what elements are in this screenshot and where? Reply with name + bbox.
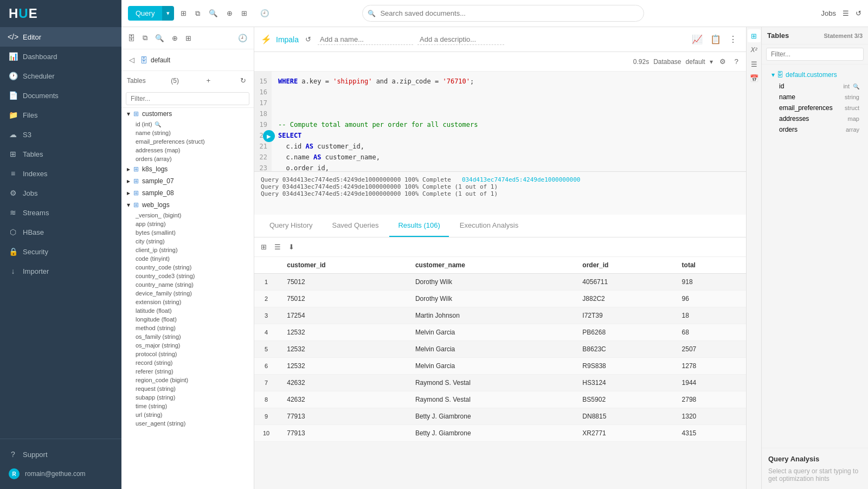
refresh-tables-button[interactable]: ↻ <box>238 74 248 87</box>
apps-button[interactable]: ⊞ <box>239 7 249 20</box>
field-name: latitude (float) <box>136 307 172 314</box>
sidebar-item-label: Editor <box>23 33 41 41</box>
table-row: 10 77913 Betty J. Giambrone XR2771 4315 <box>254 425 746 442</box>
sidebar-item-importer[interactable]: ↓ Importer <box>0 261 121 281</box>
right-tab-calendar[interactable]: 📅 <box>748 72 761 85</box>
code-editor[interactable]: 0.92s Database default ▾ ⚙ ? 15 16 17 18… <box>254 52 746 171</box>
table-expand-icon: ▸ <box>127 189 130 197</box>
schema-field-email: email_preferences struct <box>776 102 863 113</box>
line-num: 17 <box>254 98 272 108</box>
tab-results[interactable]: Results (106) <box>389 215 448 237</box>
cell-customer-id: 42632 <box>278 375 407 391</box>
engine-badge: Impala <box>276 35 299 44</box>
sidebar-item-files[interactable]: 📁 Files <box>0 105 121 125</box>
wl-field-app: app (string) <box>132 220 254 228</box>
search-input[interactable] <box>362 5 644 22</box>
sidebar-item-label: Indexes <box>23 170 48 178</box>
col-customer-id: customer_id <box>278 257 407 274</box>
right-tab-functions[interactable]: X² <box>748 43 761 56</box>
cell-order-id: B8623C <box>574 341 673 358</box>
right-panel-filter-input[interactable] <box>766 48 864 61</box>
query-description-input[interactable] <box>417 34 504 45</box>
toolbar-db-icon[interactable]: 🗄 <box>126 32 137 44</box>
settings-button[interactable]: ⚙ <box>717 55 728 68</box>
editor-toolbar: ⚡ Impala ↺ 📈 📋 ⋮ <box>254 27 746 52</box>
sidebar-item-indexes[interactable]: ≡ Indexes <box>0 164 121 183</box>
query-name-input[interactable] <box>318 34 413 45</box>
query-analysis-hint: Select a query or start typing to get op… <box>768 467 861 482</box>
sidebar-item-label: S3 <box>23 131 31 139</box>
tab-saved-queries[interactable]: Saved Queries <box>323 215 387 237</box>
cell-order-id: DN8815 <box>574 408 673 425</box>
schema-db-name: default.customers <box>786 71 837 79</box>
toolbar-copy-icon[interactable]: ⧉ <box>140 31 150 44</box>
sidebar-item-hbase[interactable]: ⬡ HBase <box>0 222 121 242</box>
cell-customer-name: Melvin Garcia <box>407 324 574 341</box>
cell-customer-id: 12532 <box>278 358 407 375</box>
toolbar-schema-icon[interactable]: ⊕ <box>170 32 180 44</box>
table-item-sample07[interactable]: ▸ ⊞ sample_07 <box>121 175 254 187</box>
code-line: c.name AS customer_name, <box>278 152 746 163</box>
more-button[interactable]: ⋮ <box>726 32 740 47</box>
copy-button[interactable]: ⧉ <box>193 7 202 20</box>
table-item-k8s-logs[interactable]: ▸ ⊞ k8s_logs <box>121 163 254 175</box>
search-icon: 🔍 <box>368 10 376 17</box>
tables-filter-input[interactable] <box>126 92 249 105</box>
database-value: default <box>686 58 705 66</box>
toolbar-grid-icon[interactable]: ⊞ <box>183 32 194 44</box>
table-item-sample08[interactable]: ▸ ⊞ sample_08 <box>121 187 254 199</box>
run-button[interactable]: ▶ <box>263 130 275 142</box>
jobs-label: Jobs <box>821 9 836 17</box>
export-button[interactable]: 📋 <box>708 32 723 47</box>
query-button[interactable]: Query <box>128 6 162 21</box>
right-tab-tables[interactable]: ⊞ <box>748 29 761 42</box>
table-item-weblogs[interactable]: ▾ ⊞ web_logs <box>121 199 254 211</box>
table-item-customers[interactable]: ▾ ⊞ customers <box>121 108 254 120</box>
undo-button[interactable]: ↺ <box>303 33 313 46</box>
collapse-panel-button[interactable]: 🕘 <box>236 31 249 44</box>
sidebar-item-documents[interactable]: 📄 Documents <box>0 86 121 105</box>
new-file-button[interactable]: ⊞ <box>178 7 189 20</box>
support-item[interactable]: ? Support <box>0 445 121 464</box>
help-button[interactable]: ? <box>732 55 741 68</box>
cell-customer-id: 77913 <box>278 408 407 425</box>
right-tab-language-ref[interactable]: ☰ <box>748 57 761 70</box>
row-view-button[interactable]: ☰ <box>272 241 283 253</box>
query-dropdown-button[interactable]: ▾ <box>162 6 174 21</box>
cell-total: 2507 <box>673 341 746 358</box>
sidebar-item-s3[interactable]: ☁ S3 <box>0 125 121 144</box>
sidebar-item-tables[interactable]: ⊞ Tables <box>0 144 121 164</box>
schema-db-parent: ▾ 🗄 default.customers <box>767 69 863 81</box>
tables-panel: 🗄 ⧉ 🔍 ⊕ ⊞ 🕘 ◁ 🗄 default Tables (5) + ↻ <box>121 27 254 489</box>
sidebar-item-streams[interactable]: ≋ Streams <box>0 203 121 222</box>
chart-button[interactable]: 📈 <box>690 32 705 47</box>
field-name: subapp (string) <box>136 394 175 401</box>
download-button[interactable]: ⬇ <box>286 241 297 253</box>
database-dropdown-icon: ▾ <box>710 58 713 66</box>
sidebar-item-dashboard[interactable]: 📊 Dashboard <box>0 47 121 66</box>
search-button[interactable]: 🔍 <box>207 7 220 20</box>
grid-view-button[interactable]: ⊞ <box>259 241 269 253</box>
sidebar-item-editor[interactable]: </> Editor <box>0 27 121 47</box>
user-profile[interactable]: R romain@gethue.com <box>0 464 121 484</box>
tab-query-history[interactable]: Query History <box>261 215 321 237</box>
grid-button[interactable]: ⊕ <box>224 7 235 20</box>
line-num: 16 <box>254 87 272 98</box>
cell-order-id: HS3124 <box>574 375 673 391</box>
toolbar-search-icon[interactable]: 🔍 <box>153 32 166 44</box>
table-row: 4 12532 Melvin Garcia PB6268 68 <box>254 324 746 341</box>
cell-total: 1278 <box>673 358 746 375</box>
sidebar-item-scheduler[interactable]: 🕐 Scheduler <box>0 66 121 86</box>
sidebar-item-security[interactable]: 🔒 Security <box>0 242 121 261</box>
wl-field-latitude: latitude (float) <box>132 306 254 315</box>
add-table-button[interactable]: + <box>204 74 213 87</box>
table-name: sample_07 <box>142 177 174 185</box>
tab-execution-analysis[interactable]: Execution Analysis <box>451 215 527 237</box>
wl-field-subapp: subapp (string) <box>132 393 254 402</box>
wl-field-longitude: longitude (float) <box>132 315 254 324</box>
history-button[interactable]: 🕘 <box>258 7 272 20</box>
back-button[interactable]: ◁ <box>127 54 137 66</box>
query-id-link[interactable]: 034d413ec7474ed5:4249de1000000000 <box>462 176 581 183</box>
code-line <box>278 108 746 119</box>
sidebar-item-jobs[interactable]: ⚙ Jobs <box>0 183 121 203</box>
